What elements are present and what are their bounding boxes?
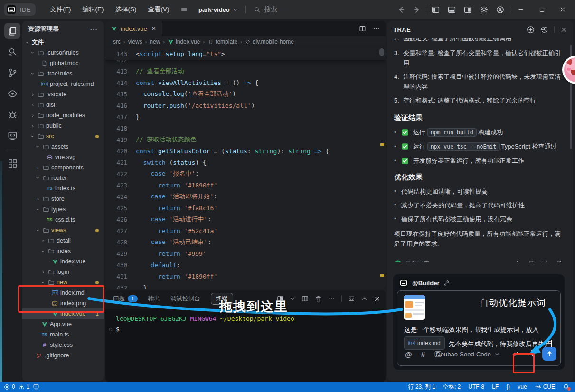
tree-item-dist[interactable]: ›dist bbox=[22, 100, 104, 110]
mention-icon[interactable]: @ bbox=[405, 350, 412, 358]
toggle-panel-button[interactable] bbox=[444, 2, 459, 17]
terminal-output[interactable]: leo@DESKTOP-6JEG2KJ MINGW64 ~/Desktop/pa… bbox=[105, 309, 386, 382]
window-minimize-button[interactable] bbox=[511, 0, 530, 19]
chat-input-box[interactable]: 自动优化提示词 这是一个移动端效果图，帮我生成提示词，放入 index.md先不… bbox=[397, 290, 561, 366]
thumbs-up-icon[interactable] bbox=[514, 260, 521, 262]
menu-item-2[interactable]: 选择(S) bbox=[110, 3, 141, 16]
attached-image-thumbnail[interactable] bbox=[404, 295, 425, 320]
mic-button[interactable] bbox=[528, 349, 537, 357]
hamburger-menu-icon[interactable] bbox=[180, 6, 188, 13]
nav-back-button[interactable] bbox=[394, 2, 408, 17]
window-close-button[interactable] bbox=[553, 0, 572, 19]
move-panel-icon[interactable] bbox=[348, 295, 355, 302]
notifications-bell[interactable] bbox=[563, 383, 569, 390]
regenerate-icon[interactable] bbox=[556, 260, 563, 262]
activity-bar-source-control[interactable] bbox=[4, 65, 20, 81]
tree-item-index.md[interactable]: index.md bbox=[22, 288, 104, 298]
activity-bar-debug[interactable] bbox=[4, 106, 20, 122]
tab-debug-console[interactable]: 调试控制台 bbox=[170, 295, 200, 303]
errors-indicator[interactable]: 0 bbox=[4, 383, 15, 390]
tree-item-router[interactable]: ›router bbox=[22, 173, 104, 183]
tree-item-project-rules.md[interactable]: project_rules.md bbox=[22, 79, 104, 89]
tree-item-new[interactable]: ›new bbox=[22, 277, 104, 288]
tab-problems[interactable]: 问题1 bbox=[113, 295, 138, 303]
kill-terminal-icon[interactable] bbox=[315, 295, 322, 302]
app-logo-chip[interactable]: IDE bbox=[4, 3, 36, 16]
nav-forward-button[interactable] bbox=[410, 2, 424, 17]
editor-more-icon[interactable] bbox=[373, 25, 380, 32]
braces-indicator[interactable]: {} bbox=[506, 383, 510, 390]
tree-item-views[interactable]: ›views bbox=[22, 225, 104, 235]
tree-item-src[interactable]: ›src bbox=[22, 131, 104, 141]
code-area[interactable]: 412413// 查看全部活动414const viewAllActivitie… bbox=[105, 60, 386, 289]
close-panel-icon[interactable] bbox=[374, 295, 381, 302]
window-maximize-button[interactable] bbox=[532, 0, 551, 19]
tree-item-index.png[interactable]: index.png bbox=[22, 298, 104, 308]
tree-item-login[interactable]: ›login bbox=[22, 267, 104, 277]
breadcrumb-index.vue[interactable]: index.vue bbox=[168, 38, 200, 45]
tab-output[interactable]: 输出 bbox=[148, 295, 160, 303]
tree-item-index[interactable]: ›index bbox=[22, 246, 104, 256]
new-chat-icon[interactable] bbox=[527, 26, 535, 34]
chat-input-text[interactable]: 这是一个移动端效果图，帮我生成提示词，放入 index.md先不要生成代码，待我… bbox=[404, 323, 554, 351]
tools-icon[interactable] bbox=[443, 280, 450, 287]
language-mode[interactable]: vue bbox=[518, 383, 527, 390]
activity-bar-preview[interactable] bbox=[4, 85, 20, 102]
editor-scrollbar[interactable] bbox=[379, 48, 384, 287]
thumbs-down-icon[interactable] bbox=[528, 260, 535, 262]
tree-item-css.d.ts[interactable]: TScss.d.ts bbox=[22, 215, 104, 225]
history-icon[interactable] bbox=[540, 26, 548, 34]
tree-item-types[interactable]: ›types bbox=[22, 204, 104, 215]
tree-item-detail[interactable]: ›detail bbox=[22, 235, 104, 246]
activity-bar-remote[interactable] bbox=[4, 127, 20, 143]
tree-item-App.vue[interactable]: App.vue bbox=[22, 319, 104, 329]
tree-item-store[interactable]: ›store bbox=[22, 194, 104, 204]
maximize-panel-icon[interactable] bbox=[361, 296, 368, 302]
eol[interactable]: LF bbox=[492, 383, 499, 390]
tree-item-index.vue[interactable]: index.vue bbox=[22, 256, 104, 267]
auto-prompt-sparkle-button[interactable] bbox=[510, 349, 520, 360]
split-editor-icon[interactable] bbox=[359, 25, 366, 32]
tree-item-main.ts[interactable]: TSmain.ts bbox=[22, 329, 104, 340]
project-selector[interactable]: park-video bbox=[198, 6, 238, 13]
send-button[interactable] bbox=[542, 347, 556, 361]
cue-indicator[interactable]: CUE bbox=[535, 383, 555, 390]
warnings-indicator[interactable]: 1 bbox=[19, 383, 30, 390]
menu-item-1[interactable]: 编辑(E) bbox=[77, 3, 108, 16]
breadcrumb-src[interactable]: src bbox=[113, 38, 121, 45]
search-box[interactable]: 搜索 bbox=[254, 5, 277, 14]
tree-item-assets[interactable]: ›assets bbox=[22, 141, 104, 152]
tree-item-vue.svg[interactable]: vue.svg bbox=[22, 152, 104, 162]
panel-more-icon[interactable] bbox=[328, 295, 335, 302]
settings-gear-icon[interactable] bbox=[477, 2, 491, 17]
chevron-down-icon[interactable] bbox=[290, 296, 295, 301]
breadcrumb-views[interactable]: views bbox=[128, 38, 142, 45]
tree-item-.trae-rules[interactable]: ›.trae\rules bbox=[22, 68, 104, 79]
indentation[interactable]: 空格: 2 bbox=[443, 383, 461, 391]
builder-mention[interactable]: @Builder bbox=[412, 280, 439, 287]
account-icon[interactable] bbox=[493, 2, 507, 17]
ports-icon[interactable] bbox=[33, 383, 39, 390]
menu-item-0[interactable]: 文件(F) bbox=[45, 3, 75, 16]
tree-item-.gitignore[interactable]: .gitignore bbox=[22, 350, 104, 361]
tree-item---[interactable]: ›文件 bbox=[22, 37, 104, 47]
breadcrumb-new[interactable]: new bbox=[150, 38, 160, 45]
tab-close-icon[interactable]: ✕ bbox=[151, 25, 156, 32]
activity-bar-extensions[interactable] bbox=[4, 155, 20, 171]
tree-item-components[interactable]: ›components bbox=[22, 162, 104, 173]
toggle-sidebar-button[interactable] bbox=[428, 2, 443, 17]
close-trae-icon[interactable] bbox=[560, 26, 567, 33]
activity-bar-search[interactable] bbox=[4, 44, 20, 60]
hash-icon[interactable]: # bbox=[421, 350, 425, 358]
encoding[interactable]: UTF-8 bbox=[468, 383, 484, 390]
toggle-secondary-sidebar-button[interactable] bbox=[461, 2, 475, 17]
tree-item-index.ts[interactable]: TSindex.ts bbox=[22, 183, 104, 194]
breadcrumb-div.mobile-home[interactable]: div.mobile-home bbox=[245, 38, 294, 45]
tree-item-index.vue[interactable]: index.vue1 bbox=[22, 308, 104, 319]
tab-index-vue[interactable]: index.vue ✕ bbox=[105, 21, 162, 36]
tree-item-.cursor-rules[interactable]: ›.cursor\rules bbox=[22, 47, 104, 58]
menu-item-3[interactable]: 查看(V) bbox=[143, 3, 174, 16]
tree-item-.vscode[interactable]: ›.vscode bbox=[22, 89, 104, 100]
breadcrumb-template[interactable]: {}template bbox=[207, 38, 237, 45]
model-selector[interactable]: Doubao-Seed-Code bbox=[436, 347, 500, 361]
